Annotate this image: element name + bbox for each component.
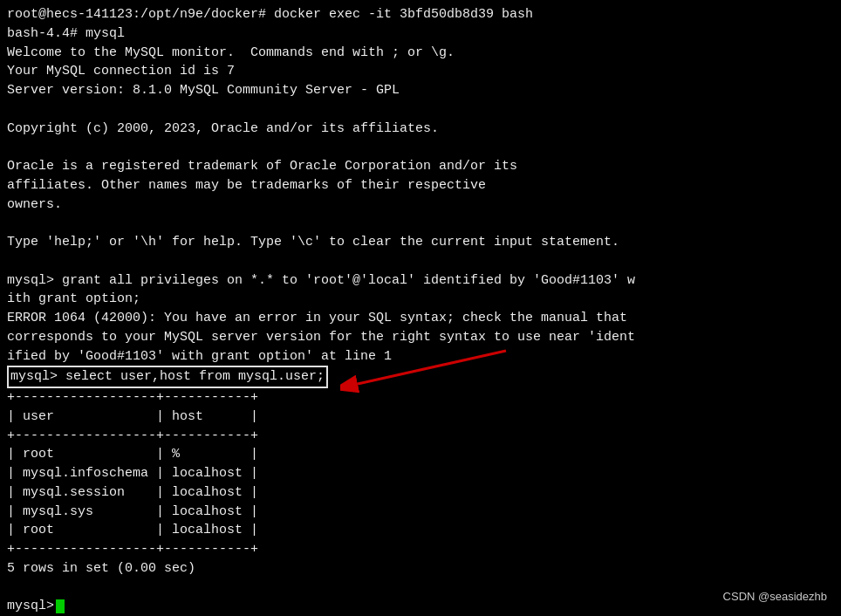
- line-22: | user | host |: [7, 407, 834, 427]
- cursor-block: [56, 599, 65, 613]
- line-30: 5 rows in set (0.00 sec): [7, 559, 834, 578]
- line-17: ERROR 1064 (42000): You have an error in…: [7, 309, 834, 328]
- line-28: | root | localhost |: [7, 521, 834, 540]
- line-24: | root | % |: [7, 445, 834, 464]
- watermark-text: CSDN @seasidezhb: [723, 589, 827, 606]
- line-23: +------------------+-----------+: [7, 427, 834, 446]
- line-20-highlighted: mysql> select user,host from mysql.user;: [7, 366, 834, 388]
- line-7: Copyright (c) 2000, 2023, Oracle and/or …: [7, 120, 834, 139]
- line-25: | mysql.infoschema | localhost |: [7, 464, 834, 483]
- line-16: ith grant option;: [7, 290, 834, 309]
- line-11: owners.: [7, 195, 834, 215]
- line-21: +------------------+-----------+: [7, 388, 834, 407]
- line-3: Welcome to the MySQL monitor. Commands e…: [7, 44, 834, 63]
- line-2: bash-4.4# mysql: [7, 24, 834, 44]
- line-19: ified by 'Good#1103' with grant option' …: [7, 347, 834, 366]
- terminal-window: root@hecs-141123:/opt/n9e/docker# docker…: [0, 0, 841, 616]
- line-27: | mysql.sys | localhost |: [7, 503, 834, 522]
- select-command-highlight: mysql> select user,host from mysql.user;: [7, 366, 328, 388]
- final-prompt-line: mysql>: [7, 597, 834, 616]
- line-10: affiliates. Other names may be trademark…: [7, 176, 834, 195]
- line-1: root@hecs-141123:/opt/n9e/docker# docker…: [7, 5, 834, 24]
- line-26: | mysql.session | localhost |: [7, 483, 834, 503]
- line-5: Server version: 8.1.0 MySQL Community Se…: [7, 81, 834, 100]
- line-18: corresponds to your MySQL server version…: [7, 328, 834, 347]
- final-prompt-text: mysql>: [7, 597, 54, 616]
- line-14: [7, 252, 834, 271]
- line-4: Your MySQL connection id is 7: [7, 62, 834, 81]
- line-29: +------------------+-----------+: [7, 540, 834, 559]
- line-31: [7, 578, 834, 598]
- line-8: [7, 138, 834, 157]
- line-9: Oracle is a registered trademark of Orac…: [7, 157, 834, 176]
- line-12: [7, 214, 834, 233]
- line-15: mysql> grant all privileges on *.* to 'r…: [7, 271, 834, 291]
- line-6: [7, 100, 834, 120]
- line-13: Type 'help;' or '\h' for help. Type '\c'…: [7, 233, 834, 252]
